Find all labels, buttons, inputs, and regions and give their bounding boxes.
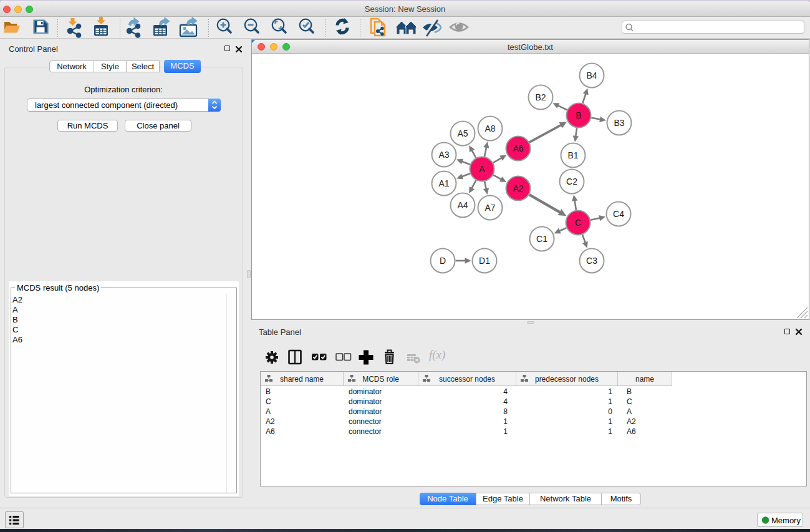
svg-text:B: B: [576, 110, 581, 120]
svg-text:B2: B2: [535, 92, 546, 102]
svg-text:A4: A4: [457, 200, 468, 210]
svg-text:A6: A6: [513, 143, 523, 153]
svg-text:D1: D1: [479, 256, 490, 266]
svg-text:A3: A3: [438, 150, 449, 160]
svg-text:D: D: [440, 256, 446, 266]
svg-text:C: C: [575, 218, 581, 228]
svg-text:B1: B1: [567, 150, 578, 160]
svg-text:B4: B4: [586, 70, 597, 80]
svg-text:C3: C3: [586, 256, 597, 266]
svg-text:A2: A2: [513, 183, 523, 193]
svg-text:C4: C4: [613, 209, 624, 219]
svg-text:A: A: [479, 164, 485, 174]
svg-text:A5: A5: [457, 128, 468, 138]
svg-text:A7: A7: [485, 203, 495, 213]
svg-text:A1: A1: [438, 178, 449, 188]
svg-text:B3: B3: [614, 118, 624, 128]
svg-text:C1: C1: [536, 234, 547, 244]
svg-text:A8: A8: [485, 123, 495, 133]
svg-text:C2: C2: [566, 177, 577, 186]
